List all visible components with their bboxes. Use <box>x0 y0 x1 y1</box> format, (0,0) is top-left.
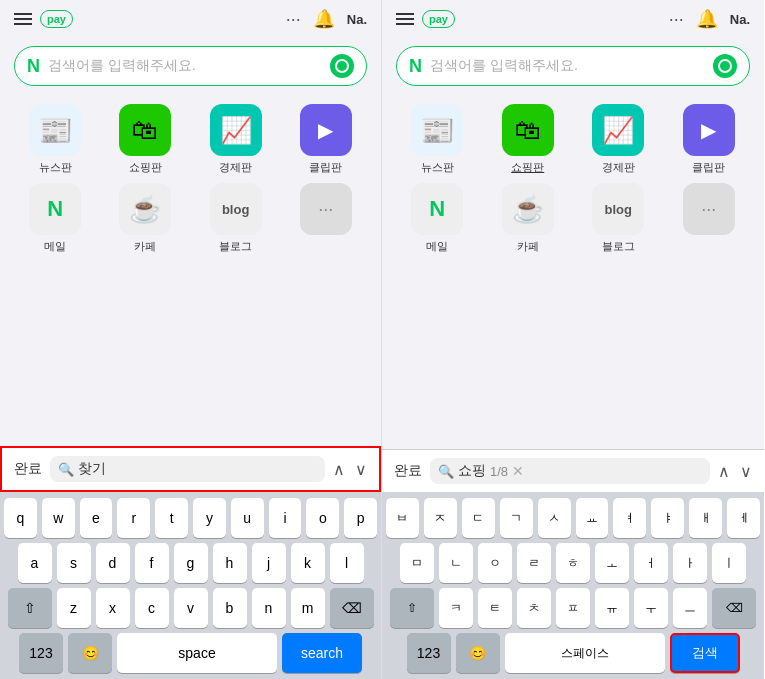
find-up-right[interactable]: ∧ <box>718 462 730 481</box>
app-item-clip[interactable]: ▶ 클립판 <box>285 104 367 175</box>
key-kr-h[interactable]: ㅎ <box>556 543 590 583</box>
app-item-shopping[interactable]: 🛍 쇼핑판 <box>104 104 186 175</box>
key-kr-a[interactable]: ㅏ <box>673 543 707 583</box>
key-kr-i[interactable]: ㅣ <box>712 543 746 583</box>
app-item-blog-r[interactable]: blog 블로그 <box>577 183 660 254</box>
key-c[interactable]: c <box>135 588 169 628</box>
key-shift-kr[interactable]: ⇧ <box>390 588 434 628</box>
key-kr-s[interactable]: ㅅ <box>538 498 571 538</box>
app-item-news-r[interactable]: 📰 뉴스판 <box>396 104 479 175</box>
search-bar[interactable]: N 검색어를 입력해주세요. <box>14 46 367 86</box>
key-f[interactable]: f <box>135 543 169 583</box>
key-space-kr[interactable]: 스페이스 <box>505 633 665 673</box>
key-kr-k[interactable]: ㅋ <box>439 588 473 628</box>
done-button-right[interactable]: 완료 <box>394 462 422 480</box>
app-item-cafe-r[interactable]: ☕ 카페 <box>487 183 570 254</box>
key-u[interactable]: u <box>231 498 264 538</box>
key-123-kr[interactable]: 123 <box>407 633 451 673</box>
key-kr-j[interactable]: ㅈ <box>424 498 457 538</box>
key-o[interactable]: o <box>306 498 339 538</box>
app-item-mail-r[interactable]: N 메일 <box>396 183 479 254</box>
app-item-blog[interactable]: blog 블로그 <box>195 183 277 254</box>
pay-badge-right[interactable]: pay <box>422 10 455 28</box>
key-m[interactable]: m <box>291 588 325 628</box>
find-input-left[interactable]: 🔍 찾기 <box>50 456 325 482</box>
key-kr-ya[interactable]: ㅑ <box>651 498 684 538</box>
search-circle-btn[interactable] <box>330 54 354 78</box>
key-123[interactable]: 123 <box>19 633 63 673</box>
key-b[interactable]: b <box>213 588 247 628</box>
key-search-kr[interactable]: 검색 <box>670 633 740 673</box>
key-kr-ae[interactable]: ㅐ <box>689 498 722 538</box>
key-l[interactable]: l <box>330 543 364 583</box>
app-item-more-r[interactable]: ··· <box>668 183 751 254</box>
key-h[interactable]: h <box>213 543 247 583</box>
key-kr-o[interactable]: ㅗ <box>595 543 629 583</box>
key-t[interactable]: t <box>155 498 188 538</box>
avatar-right[interactable]: Na. <box>730 12 750 27</box>
key-kr-n[interactable]: ㄴ <box>439 543 473 583</box>
key-d[interactable]: d <box>96 543 130 583</box>
key-search-en[interactable]: search <box>282 633 362 673</box>
key-g[interactable]: g <box>174 543 208 583</box>
key-q[interactable]: q <box>4 498 37 538</box>
key-w[interactable]: w <box>42 498 75 538</box>
bell-icon-right[interactable]: 🔔 <box>696 8 718 30</box>
hamburger-icon[interactable] <box>14 13 32 25</box>
key-v[interactable]: v <box>174 588 208 628</box>
key-kr-t[interactable]: ㅌ <box>478 588 512 628</box>
key-y[interactable]: y <box>193 498 226 538</box>
key-x[interactable]: x <box>96 588 130 628</box>
find-down-right[interactable]: ∨ <box>740 462 752 481</box>
key-a[interactable]: a <box>18 543 52 583</box>
app-item-finance-r[interactable]: 📈 경제판 <box>577 104 660 175</box>
hamburger-icon-right[interactable] <box>396 13 414 25</box>
key-kr-yo[interactable]: ㅛ <box>576 498 609 538</box>
key-z[interactable]: z <box>57 588 91 628</box>
key-delete[interactable]: ⌫ <box>330 588 374 628</box>
key-kr-m[interactable]: ㅁ <box>400 543 434 583</box>
key-s[interactable]: s <box>57 543 91 583</box>
app-item-cafe[interactable]: ☕ 카페 <box>104 183 186 254</box>
pay-badge[interactable]: pay <box>40 10 73 28</box>
key-kr-u[interactable]: ㅜ <box>634 588 668 628</box>
key-j[interactable]: j <box>252 543 286 583</box>
key-space[interactable]: space <box>117 633 277 673</box>
bell-icon[interactable]: 🔔 <box>313 8 335 30</box>
search-circle-btn-right[interactable] <box>713 54 737 78</box>
key-kr-r[interactable]: ㄹ <box>517 543 551 583</box>
app-item-finance[interactable]: 📈 경제판 <box>195 104 277 175</box>
app-item-clip-r[interactable]: ▶ 클립판 <box>668 104 751 175</box>
key-kr-eo[interactable]: ㅓ <box>634 543 668 583</box>
key-k[interactable]: k <box>291 543 325 583</box>
key-kr-b[interactable]: ㅂ <box>386 498 419 538</box>
key-kr-ch[interactable]: ㅊ <box>517 588 551 628</box>
key-kr-d[interactable]: ㄷ <box>462 498 495 538</box>
app-item-mail[interactable]: N 메일 <box>14 183 96 254</box>
key-shift[interactable]: ⇧ <box>8 588 52 628</box>
key-kr-e[interactable]: ㅔ <box>727 498 760 538</box>
key-emoji[interactable]: 😊 <box>68 633 112 673</box>
key-emoji-kr[interactable]: 😊 <box>456 633 500 673</box>
key-kr-ng[interactable]: ㅇ <box>478 543 512 583</box>
avatar[interactable]: Na. <box>347 12 367 27</box>
key-kr-p[interactable]: ㅍ <box>556 588 590 628</box>
find-input-right[interactable]: 🔍 쇼핑 1/8 ✕ <box>430 458 710 484</box>
key-delete-kr[interactable]: ⌫ <box>712 588 756 628</box>
key-p[interactable]: p <box>344 498 377 538</box>
key-e[interactable]: e <box>80 498 113 538</box>
app-item-more[interactable]: ··· <box>285 183 367 254</box>
app-item-shopping-r[interactable]: 🛍 쇼핑판 <box>487 104 570 175</box>
search-bar-right[interactable]: N 검색어를 입력해주세요. <box>396 46 750 86</box>
chat-icon-right[interactable]: ··· <box>669 9 684 30</box>
key-kr-eu[interactable]: ㅡ <box>673 588 707 628</box>
find-up-left[interactable]: ∧ <box>333 460 345 479</box>
find-clear-btn[interactable]: ✕ <box>512 463 524 479</box>
find-down-left[interactable]: ∨ <box>355 460 367 479</box>
key-i[interactable]: i <box>269 498 302 538</box>
key-kr-g[interactable]: ㄱ <box>500 498 533 538</box>
app-item-news[interactable]: 📰 뉴스판 <box>14 104 96 175</box>
done-button-left[interactable]: 완료 <box>14 460 42 478</box>
key-n[interactable]: n <box>252 588 286 628</box>
key-kr-yu[interactable]: ㅠ <box>595 588 629 628</box>
